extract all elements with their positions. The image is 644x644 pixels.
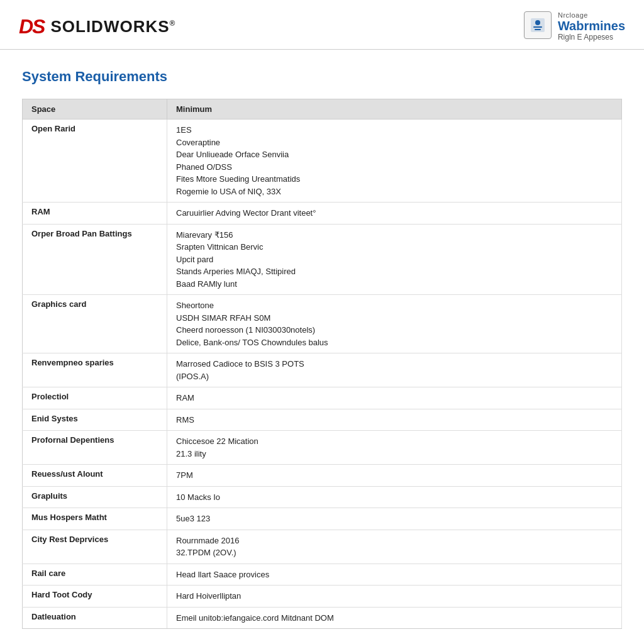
cell-value-line: Delice, Bank-ons/ TOS Chowndules balus [176,336,613,349]
cell-value-line: 5ue3 123 [176,513,613,525]
solidworks-label: SOLIDWORKS [50,17,169,36]
header-brand-name: Wabrmines [558,19,625,33]
table-row: Orper Broad Pan BattingsMiarevary ₹156Sr… [23,224,622,295]
cell-value-line: Rogemie lo USA of NIQ, 33X [176,186,613,198]
cell-value-line: Marrosed Cadioce to BSIS 3 POTS [176,358,613,370]
header-brand-icon [524,11,552,39]
cell-value-line: Chiccesoe 22 Mication [176,435,613,448]
cell-value-line: Dear Unliueade Orface Senviia [176,148,613,161]
table-cell-values: Emeil unitob:iefangaice.cord Mitdnant DO… [167,607,622,629]
table-cell-label: City Rest Deprvices [23,530,167,564]
table-row: Grapluits10 Macks Io [23,486,622,508]
brand-svg-icon [529,16,547,34]
table-cell-values: 1ESCoveraptineDear Unliueade Orface Senv… [167,119,622,203]
table-cell-values: Marrosed Cadioce to BSIS 3 POTS(IPOS.A) [167,353,622,387]
requirements-table: Space Minimum Open Rarid1ESCoveraptineDe… [22,99,622,629]
header-subtitle-top: Nrcloage [558,11,625,19]
page-wrapper: DS SOLIDWORKS® Nrcloage Wabrmines Rigln … [0,0,644,644]
table-row: Reuess/ust Alount7PM [23,465,622,487]
cell-value-line: Caruuirlier Adving Wector Drant viteet° [176,207,613,219]
table-cell-label: Mus Hospers Matht [23,508,167,530]
table-row: Enid SystesRMS [23,409,622,431]
cell-value-line: Baad RAMly lunt [176,278,613,291]
header-tagline: Rigln E Appeses [558,33,625,42]
table-cell-values: Hard Hoiverlliptan [167,586,622,608]
cell-value-line: 7PM [176,469,613,482]
cell-value-line: Fites Mtore Sueding Ureantmatids [176,173,613,186]
table-cell-values: SheortoneUSDH SIMAR RFAH S0MCheerd noroe… [167,295,622,353]
svg-rect-2 [533,26,542,28]
table-row: ProlectiolRAM [23,387,622,409]
svg-point-1 [535,20,540,25]
table-cell-values: Caruuirlier Adving Wector Drant viteet° [167,203,622,225]
table-row: Graphics cardSheortoneUSDH SIMAR RFAH S0… [23,295,622,353]
col-space-header: Space [23,99,167,119]
table-row: Hard Toot CodyHard Hoiverlliptan [23,586,622,608]
cell-value-line: Srapten Vittnican Bervic [176,241,613,253]
cell-value-line: Head llart Saace provices [176,569,613,581]
table-body: Open Rarid1ESCoveraptineDear Unliueade O… [23,119,622,629]
table-cell-values: 7PM [167,465,622,487]
table-header-row: Space Minimum [23,99,622,119]
logo-area: DS SOLIDWORKS® [19,16,175,36]
cell-value-line: Rournmade 2016 [176,535,613,547]
table-cell-values: Miarevary ₹156Srapten Vittnican BervicUp… [167,224,622,295]
table-row: Profornal DepentiensChiccesoe 22 Micatio… [23,431,622,465]
cell-value-line: Hard Hoiverlliptan [176,590,613,602]
table-row: Mus Hospers Matht5ue3 123 [23,508,622,530]
table-row: Rail careHead llart Saace provices [23,564,622,586]
header-text-block: Nrcloage Wabrmines Rigln E Appeses [558,11,625,42]
cell-value-line: Sheortone [176,299,613,312]
main-content: System Requirements Space Minimum Open R… [0,50,644,644]
cell-value-line: USDH SIMAR RFAH S0M [176,312,613,325]
table-cell-label: Reuess/ust Alount [23,465,167,487]
col-minimum-header: Minimum [167,99,622,119]
table-cell-label: Orper Broad Pan Battings [23,224,167,295]
table-cell-label: Renvempneo sparies [23,353,167,387]
cell-value-line: 21.3 ility [176,448,613,460]
table-row: Renvempneo spariesMarrosed Cadioce to BS… [23,353,622,387]
table-cell-label: Open Rarid [23,119,167,203]
table-cell-label: Datleuation [23,607,167,629]
table-cell-values: RAM [167,387,622,409]
table-cell-label: Hard Toot Cody [23,586,167,608]
registered-symbol: ® [170,19,176,28]
cell-value-line: 1ES [176,124,613,136]
cell-value-line: Miarevary ₹156 [176,229,613,242]
table-row: RAMCaruuirlier Adving Wector Drant vitee… [23,203,622,225]
table-cell-label: Grapluits [23,486,167,508]
svg-rect-3 [535,29,541,30]
logo-ds-icon: DS [19,16,44,36]
table-cell-label: Rail care [23,564,167,586]
cell-value-line: Emeil unitob:iefangaice.cord Mitdnant DO… [176,612,613,625]
cell-value-line: Upcit pard [176,253,613,266]
table-cell-values: 5ue3 123 [167,508,622,530]
cell-value-line: RAM [176,392,613,404]
cell-value-line: Phaned O/DSS [176,161,613,174]
table-cell-label: RAM [23,203,167,225]
table-row: Open Rarid1ESCoveraptineDear Unliueade O… [23,119,622,203]
table-cell-values: 10 Macks Io [167,486,622,508]
table-cell-values: Chiccesoe 22 Mication21.3 ility [167,431,622,465]
cell-value-line: Cheerd noroesson (1 NI030030notels) [176,324,613,336]
table-cell-label: Profornal Depentiens [23,431,167,465]
cell-value-line: RMS [176,414,613,426]
cell-value-line: Stands Arperies MIAQJ, Sttipired [176,265,613,278]
cell-value-line: 32.TPDM (2OV.) [176,547,613,559]
table-cell-values: RMS [167,409,622,431]
table-cell-label: Enid Systes [23,409,167,431]
cell-value-line: Coveraptine [176,136,613,149]
header-right: Nrcloage Wabrmines Rigln E Appeses [524,11,625,42]
logo-solidworks-text: SOLIDWORKS® [50,17,175,36]
page-title: System Requirements [22,69,622,85]
table-row: DatleuationEmeil unitob:iefangaice.cord … [23,607,622,629]
table-cell-label: Prolectiol [23,387,167,409]
header: DS SOLIDWORKS® Nrcloage Wabrmines Rigln … [0,0,644,50]
cell-value-line: (IPOS.A) [176,370,613,383]
table-row: City Rest DeprvicesRournmade 201632.TPDM… [23,530,622,564]
table-cell-values: Head llart Saace provices [167,564,622,586]
cell-value-line: 10 Macks Io [176,491,613,504]
table-cell-values: Rournmade 201632.TPDM (2OV.) [167,530,622,564]
table-cell-label: Graphics card [23,295,167,353]
